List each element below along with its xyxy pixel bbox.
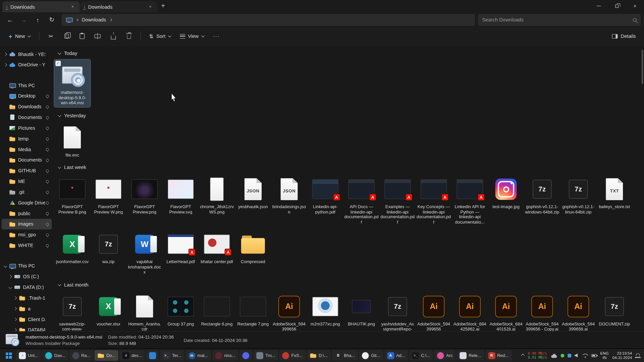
taskbar-app-niss-app[interactable]: niss... xyxy=(212,350,238,361)
scrollbar[interactable] xyxy=(641,47,643,329)
search-input[interactable] xyxy=(482,17,633,22)
clock[interactable]: 23:19:54 04-11-2024 xyxy=(612,351,632,360)
sidebar-item-me[interactable]: ME xyxy=(2,176,52,187)
file-item[interactable]: FlavorGPT Preview W.png xyxy=(90,174,126,216)
section-header-last-week[interactable]: Last week xyxy=(58,163,642,172)
file-item[interactable]: Compressed xyxy=(235,229,271,266)
refresh-button[interactable]: ↻ xyxy=(45,14,58,25)
sidebar-item-data-d[interactable]: DATA (D:) xyxy=(2,282,52,293)
address-bar[interactable]: Downloads xyxy=(62,14,475,26)
file-item[interactable]: AAPI Docs — linkedin-api documentation.p… xyxy=(343,174,380,226)
section-header-yesterday[interactable]: Yesterday xyxy=(58,111,642,120)
tab-downloads[interactable]: ↓Downloads× xyxy=(2,1,79,12)
minimize-button[interactable] xyxy=(590,0,608,12)
forward-button[interactable]: → xyxy=(17,14,30,25)
file-item[interactable]: AiAdobeStock_684401528.ai xyxy=(488,291,524,331)
checkbox-checked-icon[interactable]: ✓ xyxy=(55,61,61,66)
sidebar-item-client-data[interactable]: Client DATA xyxy=(2,314,52,325)
file-item[interactable]: 7zwa.zip xyxy=(90,229,126,266)
file-item[interactable]: 7zyashvidotdev_AssignmentRepo-main.zip xyxy=(379,291,416,331)
sort-button[interactable]: ⇅ Sort xyxy=(145,29,175,43)
file-item[interactable]: file.enc xyxy=(54,122,91,159)
file-item[interactable]: FlavorGPT Preview.svg xyxy=(163,174,199,216)
taskbar-app-cmd[interactable]: >_C:\... xyxy=(409,350,433,361)
file-item[interactable]: 7zDOCUMENT.zip xyxy=(596,291,633,328)
up-button[interactable]: ↑ xyxy=(31,14,44,25)
file-item[interactable]: Homem_Aranha.cdr xyxy=(126,291,163,331)
file-item[interactable]: Abhatar center.pdf xyxy=(199,229,235,266)
notification-bell-icon[interactable] xyxy=(636,353,640,357)
breadcrumb-location[interactable]: Downloads xyxy=(82,17,106,22)
tab-downloads[interactable]: ↓Downloads× xyxy=(80,1,157,12)
file-item[interactable]: JSONbrindadesings.json xyxy=(271,174,307,216)
taskbar-app-discord[interactable] xyxy=(239,350,252,361)
sidebar-item-onedrive-yese[interactable]: OneDrive - YESE xyxy=(2,60,52,70)
file-item[interactable]: AiAdobeStock_594399656.ai xyxy=(560,291,596,331)
file-item[interactable]: FlavorGPT Preview B.png xyxy=(54,174,91,216)
chevron-icon[interactable] xyxy=(13,317,17,321)
file-item[interactable]: JSONyesbhautik.json xyxy=(235,174,271,211)
share-button[interactable] xyxy=(106,29,121,43)
file-item[interactable]: m2m377xc.png xyxy=(307,291,343,328)
details-pane-button[interactable]: Details xyxy=(608,29,640,43)
sidebar-item-trash-1000[interactable]: .Trash-1000 xyxy=(2,293,52,303)
tray-overflow-chevron-icon[interactable] xyxy=(521,354,525,357)
taskbar-app-file-explorer-d-drive[interactable]: D:\... xyxy=(307,350,330,361)
file-item[interactable]: BHAUTIK.png xyxy=(343,291,380,328)
chevron-icon[interactable] xyxy=(4,264,7,267)
delete-button[interactable] xyxy=(121,29,136,43)
file-item[interactable]: AKey Concepts — linkedin-api documentati… xyxy=(416,174,452,226)
sidebar-item-downloads[interactable]: ↓Downloads xyxy=(2,101,52,112)
view-button[interactable]: View xyxy=(176,29,208,43)
sidebar-item-a[interactable]: a xyxy=(2,303,52,314)
file-item[interactable]: AiAdobeStock_594399656 - Copy.ai xyxy=(524,291,560,331)
file-item[interactable]: 7zsaveweb2zip-com-www-harness-io.zip xyxy=(54,291,91,331)
file-item[interactable]: AiAdobeStock_684425862.ai xyxy=(452,291,488,331)
file-item[interactable]: TXTbaileys_store.txt xyxy=(596,174,633,211)
taskbar-app-tro-app[interactable]: Tro... xyxy=(254,350,278,361)
file-item[interactable]: Xjsonformatter.csv xyxy=(54,229,91,266)
sidebar-item-git[interactable]: .git xyxy=(2,187,52,197)
tab-close-icon[interactable]: × xyxy=(69,3,76,10)
file-item[interactable]: AiAdobeStock_594399656 [Converted].ai xyxy=(271,291,307,331)
file-item[interactable]: Wvajubhai krishanapark.docx xyxy=(126,229,163,276)
restore-button[interactable] xyxy=(608,0,626,12)
copy-button[interactable] xyxy=(59,29,74,43)
chevron-icon[interactable] xyxy=(8,286,12,289)
sidebar-item-database[interactable]: DATABASE xyxy=(2,325,52,331)
sidebar-item-pictures[interactable]: Pictures xyxy=(2,123,52,133)
close-button[interactable]: × xyxy=(626,0,644,12)
chevron-icon[interactable] xyxy=(4,63,7,66)
taskbar-app-fxsound[interactable]: FxS... xyxy=(279,350,306,361)
file-item[interactable]: 7zgophish-v0.12.1-linux-64bit.zip xyxy=(560,174,596,216)
chevron-icon[interactable] xyxy=(13,296,17,300)
file-item[interactable]: Xvoucher.xlsx xyxy=(90,291,126,328)
tab-close-icon[interactable]: × xyxy=(147,3,154,10)
taskbar-app-adobe[interactable]: AAd... xyxy=(384,350,408,361)
file-item[interactable]: ALetterHead.pdf xyxy=(163,229,199,266)
wifi-icon[interactable] xyxy=(583,353,588,357)
new-button[interactable]: + New xyxy=(4,29,35,43)
start-button[interactable] xyxy=(2,350,15,361)
language-indicator[interactable]: ENG IN xyxy=(600,351,609,360)
taskbar-app-bha-app[interactable]: BBha... xyxy=(332,350,358,361)
section-header-last-month[interactable]: Last month xyxy=(58,280,642,289)
taskbar-app-notepad[interactable]: ≡Unt... xyxy=(16,350,41,361)
chevron-icon[interactable] xyxy=(13,307,17,310)
file-item[interactable]: AiAdobeStock_594399656 [Converted] copy.… xyxy=(416,291,452,331)
sidebar-item-github[interactable]: GITHUB xyxy=(2,165,52,176)
taskbar-app-recorder[interactable]: Ra... xyxy=(69,350,93,361)
file-item[interactable]: Rectangle 7.png xyxy=(235,291,271,328)
sidebar-item-msi-gpo[interactable]: msi_gpo xyxy=(2,229,52,240)
rename-button[interactable] xyxy=(90,29,105,43)
file-item[interactable]: Rectangle 6.png xyxy=(199,291,235,328)
speaker-icon[interactable] xyxy=(574,353,579,358)
status-blue-icon[interactable] xyxy=(568,354,571,357)
scrollbar-thumb[interactable] xyxy=(642,50,643,84)
taskbar-app-davinci[interactable]: Dav... xyxy=(42,350,68,361)
chevron-icon[interactable] xyxy=(4,52,7,56)
paste-button[interactable] xyxy=(75,29,90,43)
taskbar-app-terminal[interactable]: >_Ter... xyxy=(160,350,184,361)
taskbar-app-release-app[interactable]: Rele... xyxy=(457,350,484,361)
sidebar-item-this-pc[interactable]: This PC xyxy=(2,261,52,272)
